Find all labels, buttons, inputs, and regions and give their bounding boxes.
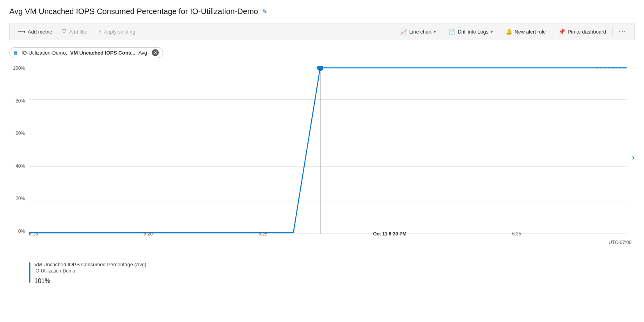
legend-value-number: 101 [34, 278, 45, 284]
legend-area: VM Uncached IOPS Consumed Percentage (Av… [9, 262, 635, 285]
drill-into-logs-button[interactable]: 📄 Drill into Logs ▾ [444, 23, 497, 40]
data-point-circle [318, 66, 323, 71]
legend-text: VM Uncached IOPS Consumed Percentage (Av… [34, 262, 146, 285]
apply-splitting-label: Apply splitting [104, 29, 135, 35]
drill-into-logs-label: Drill into Logs [458, 29, 488, 35]
x-label-635: 6:35 [512, 231, 521, 237]
chart-svg-wrapper[interactable] [29, 66, 627, 234]
page-title: Avg VM Uncached IOPS Consumed Percentage… [9, 7, 258, 16]
x-label-615: 6:15 [29, 231, 38, 237]
line-chart-icon: 📈 [400, 28, 407, 35]
more-icon: ··· [619, 28, 626, 35]
y-axis: 100% 80% 60% 40% 20% 0% [9, 66, 27, 234]
metric-pill: 🖥 IO-Utilization-Demo, VM Uncached IOPS … [9, 47, 163, 58]
drill-into-logs-icon: 📄 [449, 28, 455, 35]
add-filter-label: Add filter [69, 29, 89, 35]
y-label-100: 100% [13, 66, 25, 71]
apply-splitting-icon: ⁝⁝ [98, 28, 101, 35]
x-label-630: Oct 11 6:30 PM [373, 231, 406, 237]
x-label-620: 6:20 [144, 231, 153, 237]
pin-to-dashboard-button[interactable]: 📌 Pin to dashboard [554, 23, 610, 40]
metric-pill-suffix: Avg [138, 50, 147, 56]
chart-line [29, 68, 627, 233]
legend-title: VM Uncached IOPS Consumed Percentage (Av… [34, 262, 146, 267]
chart-svg [29, 66, 627, 234]
new-alert-rule-label: New alert rule [514, 29, 546, 35]
new-alert-rule-button[interactable]: 🔔 New alert rule [501, 23, 550, 40]
metric-pill-vm-icon: 🖥 [13, 50, 18, 56]
legend-value: 101% [34, 274, 146, 285]
chart-next-button[interactable]: › [632, 152, 635, 163]
metric-pill-row: 🖥 IO-Utilization-Demo, VM Uncached IOPS … [9, 47, 635, 58]
add-metric-button[interactable]: ⟿ Add metric [13, 23, 57, 40]
chart-container: 100% 80% 60% 40% 20% 0% [9, 66, 635, 257]
add-metric-label: Add metric [28, 29, 52, 35]
utc-label: UTC-07:00 [609, 240, 632, 245]
toolbar-separator-1 [442, 26, 442, 37]
pin-to-dashboard-label: Pin to dashboard [568, 29, 606, 35]
x-label-625: 6:25 [258, 231, 267, 237]
apply-splitting-button[interactable]: ⁝⁝ Apply splitting [94, 23, 140, 40]
add-filter-icon: ⛉ [61, 28, 67, 35]
y-label-20: 20% [16, 196, 25, 201]
legend-item: VM Uncached IOPS Consumed Percentage (Av… [29, 262, 635, 285]
metric-pill-prefix: IO-Utilization-Demo, [21, 50, 67, 56]
more-button[interactable]: ··· [614, 23, 631, 40]
edit-icon[interactable]: ✎ [262, 8, 267, 15]
toolbar: ⟿ Add metric ⛉ Add filter ⁝⁝ Apply split… [9, 23, 635, 40]
legend-subtitle: IO-Utilization-Demo [34, 268, 146, 274]
toolbar-separator-3 [552, 26, 552, 37]
y-label-60: 60% [16, 131, 25, 136]
toolbar-separator-2 [499, 26, 499, 37]
add-filter-button[interactable]: ⛉ Add filter [57, 23, 94, 40]
metric-pill-bold: VM Uncached IOPS Cons... [70, 50, 135, 56]
new-alert-rule-icon: 🔔 [506, 28, 512, 35]
metric-pill-close-button[interactable]: ✕ [152, 49, 159, 56]
y-label-40: 40% [16, 164, 25, 168]
y-label-80: 80% [16, 99, 25, 103]
add-metric-icon: ⟿ [18, 28, 25, 35]
drill-logs-chevron-icon: ▾ [491, 30, 493, 34]
legend-value-unit: % [45, 278, 50, 284]
line-chart-chevron-icon: ▾ [434, 30, 436, 34]
x-axis: 6:15 6:20 6:25 Oct 11 6:30 PM 6:35 [29, 231, 627, 237]
title-row: Avg VM Uncached IOPS Consumed Percentage… [9, 7, 635, 16]
line-chart-label: Line chart [409, 29, 431, 35]
legend-color-bar [29, 262, 30, 283]
line-chart-button[interactable]: 📈 Line chart ▾ [396, 23, 440, 40]
y-label-0: 0% [18, 229, 25, 234]
pin-to-dashboard-icon: 📌 [559, 28, 565, 35]
toolbar-separator-4 [612, 26, 613, 37]
